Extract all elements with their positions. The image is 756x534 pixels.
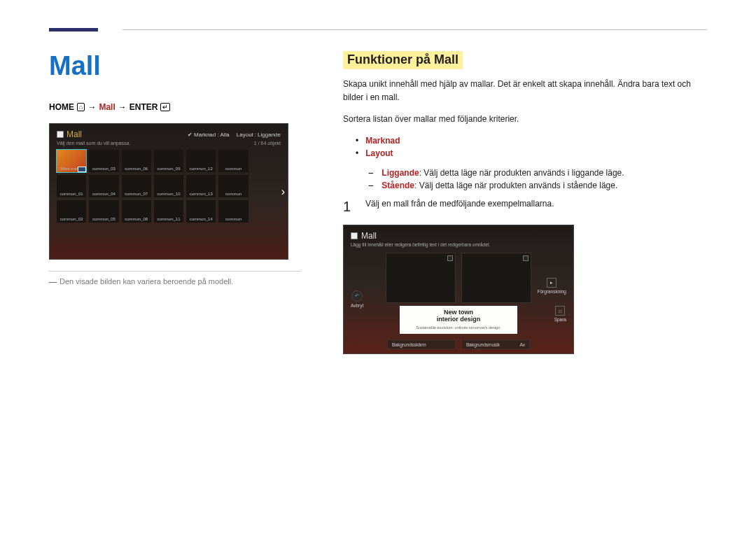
check-icon: ✔: [188, 132, 192, 138]
header-rule: [49, 28, 707, 31]
bg-music-button[interactable]: Bakgrundsmusik Av: [461, 339, 530, 349]
template-tile[interactable]: common_04: [89, 175, 118, 197]
bg-image-label: Bakgrundsskärm: [392, 342, 426, 347]
template-tile-mina-mallar[interactable]: Mina mallar: [57, 150, 86, 172]
text-line-2: interior design: [402, 316, 514, 323]
template-tile[interactable]: common_02: [57, 200, 86, 223]
next-page-arrow[interactable]: ›: [281, 185, 285, 198]
layout-option-liggande: ‒ Liggande: Välj detta läge när produkte…: [368, 167, 707, 179]
cancel-label: Avbryt: [351, 303, 363, 308]
bc-arrow-2: →: [118, 102, 127, 112]
s1-counter: 1 / 64 objekt: [254, 141, 281, 146]
page-title: Mall: [49, 51, 301, 81]
step-1: 1 Välj en mall från de medföljande exemp…: [343, 199, 707, 215]
liggande-label: Liggande: [382, 168, 419, 178]
liggande-text: : Välj detta läge när produkten används …: [419, 168, 624, 178]
template-tile[interactable]: common_11: [154, 200, 183, 223]
template-tile[interactable]: common_12: [186, 150, 216, 172]
template-tile[interactable]: common_07: [122, 175, 151, 197]
play-icon: ▸: [547, 278, 556, 288]
s1-title: Mall: [57, 129, 82, 139]
template-tile[interactable]: common_08: [122, 200, 151, 223]
preview-label: Förgranskning: [537, 289, 566, 294]
text-line-1: New town: [402, 309, 514, 316]
step-text: Välj en mall från de medföljande exempel…: [365, 199, 554, 215]
template-tile[interactable]: common_09: [154, 150, 183, 172]
bg-music-value: Av: [520, 342, 525, 347]
screenshot-template-grid: Mall ✔ Marknad : Alla Layout : Liggande: [49, 123, 288, 260]
template-tile[interactable]: common: [218, 175, 248, 197]
template-grid: Mina mallar common_03 common_06 common_0…: [50, 147, 288, 227]
step-number: 1: [343, 199, 356, 215]
template-tile[interactable]: common_14: [186, 200, 216, 223]
enter-icon: ↵: [160, 103, 170, 111]
model-caption: ―Den visade bilden kan variera beroende …: [49, 277, 301, 286]
filter-layout-label: Layout: [237, 132, 253, 138]
filter-layout-value: Liggande: [258, 132, 281, 138]
template-tile[interactable]: common_03: [89, 150, 118, 172]
s1-title-text: Mall: [66, 129, 82, 139]
template-tile[interactable]: common_05: [89, 200, 118, 223]
text-tagline: Sustainable evolution: unlimits tomorrow…: [402, 325, 514, 330]
content-pane-left[interactable]: [386, 253, 456, 303]
criteria-layout: Layout: [365, 148, 393, 158]
bc-enter: ENTER: [130, 102, 158, 112]
layout-options-list: ‒ Liggande: Välj detta läge när produkte…: [368, 167, 707, 192]
save-icon: □: [555, 306, 565, 316]
s2-subtitle: Lägg till innehåll eller redigera befint…: [344, 242, 573, 251]
s1-subtitle: Välj den mall som du vill anpassa.: [57, 141, 130, 146]
staende-label: Stående: [382, 181, 414, 190]
criteria-list: Marknad Layout: [356, 134, 707, 160]
staende-text: : Välj detta läge när produkten används …: [414, 181, 617, 190]
screenshot-template-editor: Mall Lägg till innehåll eller redigera b…: [343, 225, 574, 354]
filter-market-label: Marknad: [194, 132, 216, 138]
filter-market[interactable]: ✔ Marknad : Alla: [188, 132, 230, 138]
undo-icon: ↶: [351, 290, 363, 302]
intro-paragraph: Skapa unikt innehåll med hjälp av mallar…: [343, 78, 707, 104]
template-tile[interactable]: common: [218, 200, 248, 223]
breadcrumb: HOME ⌂ → Mall → ENTER ↵: [49, 102, 301, 112]
template-tile[interactable]: common_13: [186, 175, 216, 197]
preview-button[interactable]: ▸ Förgranskning: [537, 278, 566, 294]
template-tile[interactable]: common_01: [57, 175, 86, 197]
template-tile[interactable]: common_10: [154, 175, 183, 197]
sort-paragraph: Sortera listan över mallar med följande …: [343, 113, 707, 126]
caption-divider: [49, 271, 301, 272]
s2-title: Mall: [361, 231, 377, 241]
cancel-button[interactable]: ↶ Avbryt: [351, 290, 363, 308]
layout-option-staende: ‒ Stående: Välj detta läge när produkten…: [368, 179, 707, 192]
app-icon: [57, 131, 64, 138]
caption-text: Den visade bilden kan variera beroende p…: [59, 277, 233, 286]
criteria-market: Marknad: [365, 136, 400, 146]
bg-music-label: Bakgrundsmusik: [466, 342, 500, 347]
bc-home: HOME: [49, 102, 74, 112]
template-tile[interactable]: common: [218, 150, 248, 172]
resize-icon[interactable]: [523, 255, 528, 261]
section-heading: Funktioner på Mall: [343, 51, 463, 69]
resize-icon[interactable]: [447, 255, 453, 261]
bg-image-button[interactable]: Bakgrundsskärm: [387, 339, 456, 349]
content-pane-right[interactable]: [461, 253, 531, 303]
home-icon: ⌂: [77, 103, 85, 111]
template-tile[interactable]: common_06: [122, 150, 151, 172]
filter-layout[interactable]: Layout : Liggande: [237, 132, 281, 138]
save-label: Spara: [554, 317, 566, 322]
app-icon: [351, 232, 358, 239]
bc-mall: Mall: [99, 102, 115, 112]
bc-arrow-1: →: [88, 102, 96, 112]
save-button[interactable]: □ Spara: [554, 306, 566, 322]
text-pane[interactable]: New town interior design Sustainable evo…: [400, 306, 517, 334]
filter-market-value: Alla: [220, 132, 229, 138]
